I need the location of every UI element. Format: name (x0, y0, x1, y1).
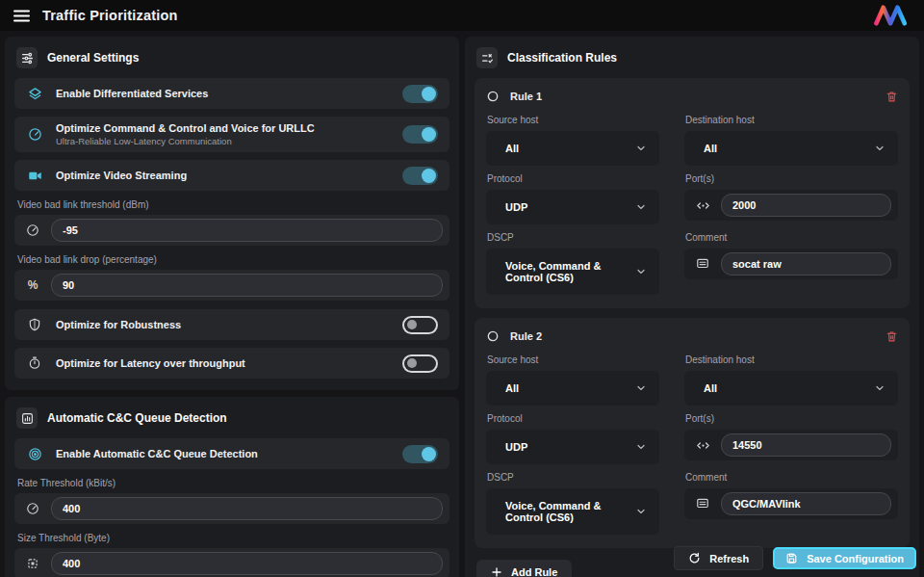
classification-rules-card: Classification Rules Rule 1 Source ho (465, 37, 919, 577)
plus-icon (491, 566, 502, 577)
setting-enable-auto-ccq: Enable Automatic C&C Queue Detection (14, 438, 449, 469)
timer-icon (26, 356, 43, 370)
setting-sublabel: Ultra-Reliable Low-Latency Communication (56, 136, 315, 146)
ports-input[interactable] (721, 433, 891, 457)
comment-input[interactable] (721, 492, 891, 515)
source-host-label: Source host (487, 354, 658, 365)
page-title: Traffic Prioritization (42, 8, 178, 23)
save-configuration-button[interactable]: Save Configuration (773, 547, 916, 569)
size-icon (18, 557, 47, 570)
chevron-down-icon (635, 201, 647, 213)
video-threshold-input[interactable] (51, 219, 443, 242)
dscp-label: DSCP (487, 472, 658, 483)
video-drop-input[interactable] (51, 274, 443, 297)
ports-field (684, 430, 898, 460)
dscp-label: DSCP (487, 232, 658, 243)
setting-label: Optimize for Robustness (56, 319, 181, 330)
ports-label: Port(s) (685, 173, 897, 184)
diffserv-layers-icon (26, 87, 43, 101)
chevron-down-icon (635, 441, 647, 453)
ethernet-ports-icon (688, 198, 717, 213)
video-threshold-field (14, 215, 449, 246)
setting-label: Enable Automatic C&C Queue Detection (56, 448, 258, 459)
gauge-icon (18, 223, 47, 237)
add-rule-button[interactable]: Add Rule (476, 560, 572, 577)
classification-rules-title: Classification Rules (507, 51, 617, 65)
source-host-label: Source host (487, 115, 658, 125)
auto-ccq-toggle[interactable] (402, 445, 438, 463)
add-rule-label: Add Rule (511, 566, 557, 577)
size-threshold-label: Size Threshold (Byte) (17, 533, 447, 543)
setting-robustness: Optimize for Robustness (14, 309, 449, 340)
diffserv-toggle[interactable] (402, 85, 438, 103)
dscp-select[interactable]: Voice, Command & Control (CS6) (486, 488, 659, 535)
destination-host-value: All (697, 382, 874, 394)
source-host-value: All (499, 143, 635, 154)
destination-host-select[interactable]: All (684, 131, 898, 166)
rate-threshold-field (14, 493, 449, 524)
gauge-icon (26, 127, 43, 142)
robustness-toggle[interactable] (402, 316, 438, 334)
rate-threshold-label: Rate Threshold (kBit/s) (17, 478, 447, 488)
left-column: General Settings Enable Differentiated S… (5, 37, 459, 577)
ports-input[interactable] (721, 194, 891, 217)
setting-label: Enable Differentiated Services (56, 88, 208, 99)
radio-circle-icon[interactable] (486, 90, 500, 103)
auto-ccq-title: Automatic C&C Queue Detection (47, 411, 227, 425)
comment-field (684, 249, 898, 279)
video-drop-field: % (14, 270, 449, 301)
refresh-label: Refresh (709, 553, 749, 564)
dscp-select[interactable]: Voice, Command & Control (CS6) (486, 249, 659, 295)
ports-label: Port(s) (685, 413, 897, 424)
mesh-rider-m-logo (870, 5, 912, 26)
refresh-icon (688, 552, 701, 564)
protocol-select[interactable]: UDP (486, 190, 659, 224)
percent-icon: % (18, 278, 47, 292)
comment-input[interactable] (721, 252, 891, 275)
urllc-toggle[interactable] (402, 125, 438, 144)
destination-host-label: Destination host (685, 115, 897, 125)
setting-label: Optimize Command & Control and Voice for… (56, 122, 315, 134)
video-threshold-label: Video bad link threshold (dBm) (17, 199, 447, 210)
video-streaming-toggle[interactable] (402, 167, 438, 185)
destination-host-select[interactable]: All (684, 371, 898, 406)
dscp-value: Voice, Command & Control (CS6) (499, 500, 635, 523)
latency-toggle[interactable] (402, 354, 438, 373)
general-settings-card: General Settings Enable Differentiated S… (5, 37, 459, 390)
shield-icon (26, 318, 43, 331)
comment-icon (688, 497, 717, 511)
video-drop-label: Video bad link drop (percentage) (17, 254, 447, 265)
general-settings-title: General Settings (47, 51, 139, 65)
save-configuration-label: Save Configuration (807, 553, 904, 564)
videocam-icon (26, 169, 43, 183)
size-threshold-input[interactable] (51, 552, 443, 575)
size-threshold-field (14, 548, 449, 577)
protocol-select[interactable]: UDP (486, 430, 659, 464)
comment-label: Comment (685, 232, 897, 243)
delete-rule-icon[interactable] (886, 90, 898, 103)
gauge-icon (18, 502, 47, 515)
source-host-select[interactable]: All (486, 371, 659, 406)
delete-rule-icon[interactable] (886, 329, 898, 343)
tune-sliders-icon (16, 47, 38, 68)
setting-label: Optimize Video Streaming (56, 170, 187, 181)
rule-icon (476, 47, 498, 68)
right-column: Classification Rules Rule 1 Source ho (465, 37, 919, 577)
comment-label: Comment (685, 472, 897, 483)
setting-urllc: Optimize Command & Control and Voice for… (14, 117, 449, 152)
refresh-button[interactable]: Refresh (674, 546, 763, 570)
rate-threshold-input[interactable] (51, 497, 443, 520)
protocol-value: UDP (499, 441, 635, 453)
chevron-down-icon (635, 143, 647, 154)
ports-field (684, 190, 898, 221)
source-host-select[interactable]: All (486, 131, 659, 166)
chevron-down-icon (635, 266, 647, 277)
comment-field (684, 488, 898, 519)
setting-enable-diffserv: Enable Differentiated Services (14, 78, 449, 109)
chevron-down-icon (874, 382, 886, 394)
radio-circle-icon[interactable] (486, 329, 500, 343)
chevron-down-icon (874, 143, 886, 154)
rule-name: Rule 2 (510, 330, 542, 342)
target-icon (26, 447, 43, 461)
hamburger-menu-icon[interactable] (12, 6, 31, 25)
